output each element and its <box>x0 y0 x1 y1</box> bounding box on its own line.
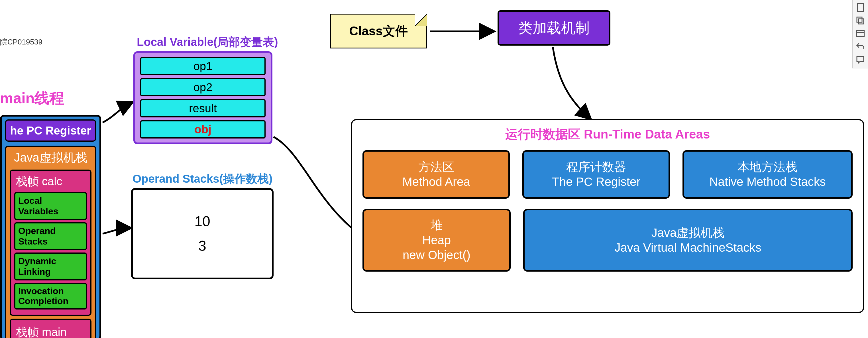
method-area-box: 方法区 Method Area <box>363 150 510 198</box>
heap-l1: 堆 <box>431 218 442 233</box>
class-file-label: Class文件 <box>349 23 407 40</box>
note-fold-icon <box>415 14 427 26</box>
rtda-title: 运行时数据区 Run-Time Data Areas <box>363 126 852 143</box>
frame-sub-dynamic-linking: Dynamic Linking <box>14 252 87 280</box>
undo-icon[interactable] <box>855 41 865 52</box>
frame-sub-invocation-completion: Invocation Completion <box>14 283 87 309</box>
lvt-cell-obj: obj <box>140 120 266 139</box>
jvm-stack-title: Java虚拟机栈 <box>10 150 91 165</box>
operand-value-0: 10 <box>194 213 210 230</box>
window-icon[interactable] <box>855 29 865 39</box>
thread-box: he PC Register Java虚拟机栈 栈帧 calc Local Va… <box>0 115 101 338</box>
operand-value-1: 3 <box>198 238 206 254</box>
svg-rect-4 <box>857 31 864 37</box>
main-thread-title: main线程 <box>0 88 64 108</box>
jvm-stack-box: Java虚拟机栈 栈帧 calc Local Variables Operand… <box>5 146 96 338</box>
runtime-data-areas: 运行时数据区 Run-Time Data Areas 方法区 Method Ar… <box>351 119 864 313</box>
jvm-area-l2: Java Virtual MachineStacks <box>614 240 761 255</box>
stack-frame-main: 栈帧 main <box>10 318 91 338</box>
native-l1: 本地方法栈 <box>738 160 797 175</box>
frame-sub-operand-stacks: Operand Stacks <box>14 222 87 250</box>
frame-sub-local-variables: Local Variables <box>14 192 87 220</box>
page-icon[interactable] <box>855 2 865 12</box>
watermark-text: 院CP019539 <box>0 37 42 47</box>
heap-l3: new Object() <box>403 248 470 263</box>
svg-rect-2 <box>857 17 862 22</box>
copy-icon[interactable] <box>855 16 865 26</box>
local-variable-title: Local Variable(局部变量表) <box>137 34 278 50</box>
lvt-cell-result: result <box>140 99 266 117</box>
frame-calc-title: 栈帧 calc <box>14 174 87 189</box>
right-toolbar <box>852 0 868 68</box>
pc-area-l2: The PC Register <box>552 175 640 189</box>
comment-icon[interactable] <box>855 55 865 65</box>
svg-rect-1 <box>858 4 863 11</box>
native-stack-box: 本地方法栈 Native Method Stacks <box>682 150 852 198</box>
pc-register-area-box: 程序计数器 The PC Register <box>522 150 670 198</box>
jvm-stack-area-box: Java虚拟机栈 Java Virtual MachineStacks <box>523 209 852 272</box>
pc-area-l1: 程序计数器 <box>566 160 626 175</box>
pc-register-box: he PC Register <box>5 119 96 142</box>
method-area-l2: Method Area <box>402 175 470 189</box>
heap-l2: Heap <box>422 233 451 248</box>
operand-stack-title: Operand Stacks(操作数栈) <box>132 171 272 187</box>
svg-rect-3 <box>859 19 864 24</box>
lvt-cell-op2: op2 <box>140 78 266 96</box>
jvm-area-l1: Java虚拟机栈 <box>651 225 725 241</box>
frame-main-title: 栈帧 main <box>14 324 87 338</box>
lvt-cell-op1: op1 <box>140 57 266 75</box>
heap-box: 堆 Heap new Object() <box>363 209 510 272</box>
local-variable-box: op1 op2 result obj <box>133 51 272 144</box>
method-area-l1: 方法区 <box>418 160 454 175</box>
operand-stack-box: 10 3 <box>131 188 274 279</box>
class-file-note: Class文件 <box>330 14 427 49</box>
native-l2: Native Method Stacks <box>709 175 826 189</box>
class-loader-box: 类加载机制 <box>498 10 610 45</box>
stack-frame-calc: 栈帧 calc Local Variables Operand Stacks D… <box>10 170 91 316</box>
